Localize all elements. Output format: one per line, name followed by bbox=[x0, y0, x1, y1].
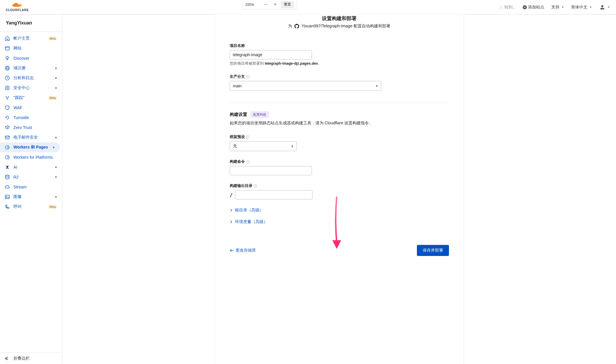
build-output-input[interactable] bbox=[235, 190, 313, 199]
project-name-label: 项目名称 bbox=[230, 43, 449, 48]
beta-badge: Beta bbox=[48, 205, 57, 209]
browser-zoom-bar: 100% − + 重置 bbox=[242, 0, 297, 9]
framework-preset-label: 框架预设i bbox=[230, 135, 449, 139]
svg-point-0 bbox=[601, 5, 603, 7]
refresh-icon bbox=[5, 115, 10, 120]
nav-security-center[interactable]: 安全中心 ▼ bbox=[0, 83, 62, 93]
main-content: 设置构建和部署 为 Yixuan997/Telegraph-Image 配置自动… bbox=[62, 15, 616, 364]
nav-workers-pages[interactable]: Workers 和 Pages ▼ bbox=[0, 142, 60, 152]
chevron-down-icon: ▼ bbox=[55, 195, 57, 199]
account-name[interactable]: YangYixuan bbox=[0, 15, 62, 32]
chevron-right-icon bbox=[230, 220, 233, 223]
chevron-down-icon: ▼ bbox=[55, 136, 57, 139]
svg-point-23 bbox=[6, 175, 9, 176]
svg-rect-24 bbox=[5, 195, 9, 199]
sidebar-nav: 帐户主页 Beta 网站 Discover 域注册 ▼ 分析和日志 ▼ bbox=[0, 32, 62, 353]
support-menu[interactable]: 支持▼ bbox=[551, 5, 564, 10]
nav-calls[interactable]: 呼叫 Beta bbox=[0, 202, 62, 212]
user-icon bbox=[599, 4, 606, 10]
browser-icon bbox=[5, 46, 10, 51]
build-command-input[interactable] bbox=[230, 166, 312, 175]
build-settings-desc: 如果您的项目使用静态站点生成器或构建工具，请为 Cloudflare 设置构建指… bbox=[230, 121, 449, 126]
logo[interactable]: CLOUDFLARE bbox=[6, 3, 29, 12]
page-subtitle: 为 Yixuan997/Telegraph-Image 配置自动构建和部署 bbox=[230, 24, 449, 29]
info-icon[interactable]: i bbox=[246, 75, 250, 79]
nav-trace[interactable]: "跟踪" Beta bbox=[0, 93, 62, 103]
zoom-out-button[interactable]: − bbox=[262, 1, 269, 8]
globe-icon bbox=[5, 66, 10, 71]
nav-analytics-logs[interactable]: 分析和日志 ▼ bbox=[0, 73, 62, 83]
nav-domain-registration[interactable]: 域注册 ▼ bbox=[0, 63, 62, 73]
divider bbox=[230, 103, 449, 103]
nav-waf[interactable]: WAF bbox=[0, 103, 62, 113]
zero-trust-icon bbox=[5, 125, 10, 130]
production-branch-select[interactable]: main ▼ bbox=[230, 81, 381, 91]
nav-ai[interactable]: AI ▼ bbox=[0, 162, 62, 172]
root-directory-toggle[interactable]: 根目录（高级） bbox=[230, 208, 449, 213]
info-icon[interactable]: i bbox=[254, 184, 257, 188]
page-title: 设置构建和部署 bbox=[230, 15, 449, 22]
chevron-down-icon: ▼ bbox=[55, 67, 57, 70]
home-icon bbox=[5, 36, 10, 41]
build-settings-title: 构建设置 bbox=[230, 112, 247, 117]
chevron-down-icon: ▼ bbox=[55, 176, 57, 179]
chevron-right-icon bbox=[230, 209, 233, 212]
language-menu[interactable]: 简体中文▼ bbox=[571, 5, 592, 10]
info-icon[interactable]: i bbox=[246, 160, 250, 164]
chevron-down-icon: ▼ bbox=[52, 146, 55, 149]
cloudflare-wordmark: CLOUDFLARE bbox=[6, 8, 29, 12]
nav-r2[interactable]: R2 ▼ bbox=[0, 172, 62, 182]
collapse-sidebar[interactable]: 折叠边栏 bbox=[0, 353, 62, 364]
header-goto[interactable]: 人 转到... bbox=[499, 5, 516, 10]
bulb-icon bbox=[5, 56, 10, 61]
cloud-icon bbox=[5, 184, 10, 190]
svg-rect-7 bbox=[7, 59, 8, 60]
nav-email-security[interactable]: 电子邮件安全 ▼ bbox=[0, 132, 62, 142]
user-menu[interactable]: ▼ bbox=[599, 4, 610, 10]
nav-zero-trust[interactable]: Zero Trust bbox=[0, 123, 62, 132]
env-variables-toggle[interactable]: 环境变量（高级） bbox=[230, 219, 449, 225]
zoom-reset-button[interactable]: 重置 bbox=[281, 1, 294, 8]
info-icon[interactable]: i bbox=[246, 135, 250, 139]
mail-icon bbox=[5, 135, 10, 140]
collapse-icon bbox=[5, 356, 10, 361]
arrow-left-icon bbox=[230, 249, 234, 252]
nav-account-home[interactable]: 帐户主页 Beta bbox=[0, 33, 62, 43]
top-header: CLOUDFLARE 人 转到... +添加站点 支持▼ 简体中文▼ ▼ bbox=[0, 0, 616, 15]
workers-icon bbox=[5, 145, 10, 150]
nav-discover[interactable]: Discover bbox=[0, 53, 62, 63]
beta-badge: Beta bbox=[48, 96, 57, 100]
change-repo-link[interactable]: 更改存储库 bbox=[230, 248, 256, 253]
ai-icon bbox=[5, 165, 10, 170]
svg-point-25 bbox=[6, 196, 7, 197]
output-prefix: / bbox=[230, 192, 233, 198]
build-output-label: 构建输出目录i bbox=[230, 183, 449, 188]
svg-rect-17 bbox=[5, 136, 9, 139]
shield-box-icon bbox=[5, 85, 10, 91]
project-name-input[interactable] bbox=[230, 50, 312, 59]
save-deploy-button[interactable]: 保存并部署 bbox=[417, 245, 449, 256]
build-command-label: 构建命令i bbox=[230, 159, 449, 164]
svg-rect-12 bbox=[6, 86, 9, 90]
workers-icon bbox=[5, 155, 10, 160]
svg-point-3 bbox=[6, 56, 8, 59]
svg-point-13 bbox=[7, 87, 8, 89]
database-icon bbox=[5, 174, 10, 180]
sidebar: YangYixuan 帐户主页 Beta 网站 Discover 域注册 ▼ bbox=[0, 15, 62, 364]
shield-icon bbox=[5, 105, 10, 110]
nav-workers-platforms[interactable]: Workers for Platforms bbox=[0, 152, 62, 162]
zoom-level: 100% bbox=[245, 3, 254, 7]
github-icon bbox=[294, 24, 299, 29]
cloudflare-cloud-icon bbox=[11, 3, 23, 8]
framework-preset-select[interactable]: 无 ▼ bbox=[230, 141, 297, 151]
phone-icon bbox=[5, 204, 10, 209]
add-site-button[interactable]: +添加站点 bbox=[523, 5, 544, 10]
chevron-down-icon: ▼ bbox=[55, 77, 57, 80]
configure-build-badge[interactable]: 配置构建 bbox=[251, 112, 269, 118]
zoom-in-button[interactable]: + bbox=[272, 1, 279, 8]
nav-websites[interactable]: 网站 bbox=[0, 43, 62, 53]
project-name-help: 您的项目将被部署到 telegraph-image-djz.pages.dev。 bbox=[230, 61, 449, 66]
nav-images[interactable]: 图像 ▼ bbox=[0, 192, 62, 202]
nav-stream[interactable]: Stream bbox=[0, 182, 62, 192]
nav-turnstile[interactable]: Turnstile bbox=[0, 113, 62, 123]
